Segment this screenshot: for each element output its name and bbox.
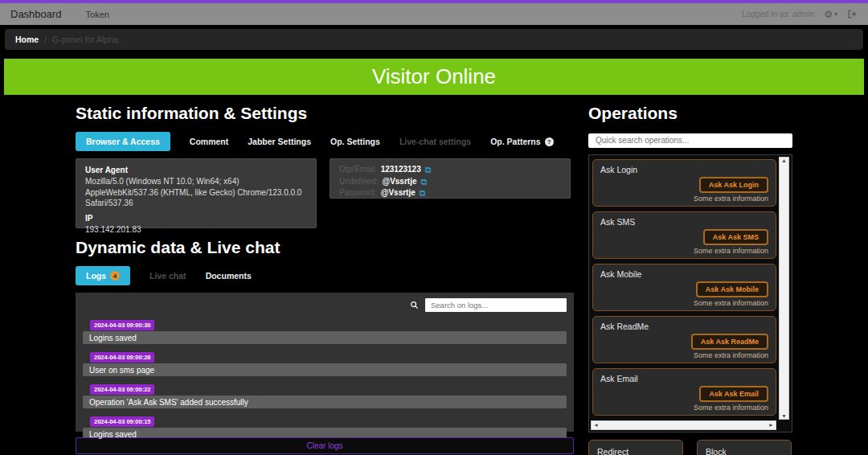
dynamic-tabs: Logs 4 Live chat Documents <box>76 266 574 285</box>
nav-item-token[interactable]: Token <box>86 10 109 19</box>
bottom-operation-cards: Redirect Block <box>588 440 792 455</box>
top-navbar: Dashboard Token Logged in as: admin ⚙ ▾ <box>0 0 868 25</box>
search-icon <box>410 301 419 309</box>
operation-note: Some extra information <box>694 351 768 359</box>
scroll-right-icon[interactable]: ► <box>768 422 774 428</box>
horizontal-scrollbar[interactable]: ◄ ► <box>591 420 776 430</box>
operations-list: Ask Login Ask Ask Login Some extra infor… <box>588 154 792 432</box>
gear-icon: ⚙ <box>824 9 833 20</box>
ip-value: 193.142.201.83 <box>85 224 307 236</box>
operation-card-ask-sms[interactable]: Ask SMS Ask Ask SMS Some extra informati… <box>592 211 776 259</box>
tab-logs[interactable]: Logs 4 <box>76 266 130 285</box>
ask-readme-button[interactable]: Ask Ask ReadMe <box>691 334 768 350</box>
topbar-right: Logged in as: admin ⚙ ▾ <box>742 9 858 20</box>
credential-label: Undefined: <box>339 176 378 188</box>
visitor-online-text: Visitor Online <box>372 64 496 89</box>
redirect-card[interactable]: Redirect <box>588 440 683 455</box>
operation-title: Ask SMS <box>600 217 768 227</box>
user-agent-value: Mozilla/5.0 (Windows NT 10.0; Win64; x64… <box>85 176 307 209</box>
operation-card-ask-readme[interactable]: Ask ReadMe Ask Ask ReadMe Some extra inf… <box>592 316 776 363</box>
vertical-scrollbar[interactable]: ▲ ▼ <box>779 157 789 420</box>
settings-menu[interactable]: ⚙ ▾ <box>824 9 837 20</box>
operation-note: Some extra information <box>694 247 768 255</box>
tab-op-patterns[interactable]: Op. Patterns ? <box>490 137 553 146</box>
user-agent-label: User Agent <box>85 166 307 174</box>
tab-documents[interactable]: Documents <box>206 271 252 281</box>
tab-browser-access[interactable]: Browser & Access <box>76 132 170 151</box>
tab-comment[interactable]: Comment <box>190 137 228 146</box>
help-icon[interactable]: ? <box>545 137 554 146</box>
ask-email-button[interactable]: Ask Ask Email <box>699 386 768 402</box>
operation-card-ask-login[interactable]: Ask Login Ask Ask Login Some extra infor… <box>592 159 776 207</box>
credential-row: Undefined: @Vssrtje ⧉ <box>339 176 561 188</box>
static-info-boxes: User Agent Mozilla/5.0 (Windows NT 10.0;… <box>76 158 574 228</box>
logout-icon <box>847 9 858 19</box>
operation-note: Some extra information <box>694 404 768 412</box>
operation-card-ask-mobile[interactable]: Ask Mobile Ask Ask Mobile Some extra inf… <box>592 264 776 311</box>
tab-jabber-settings[interactable]: Jabber Settings <box>248 137 311 146</box>
brand-dashboard[interactable]: Dashboard <box>10 8 62 20</box>
ask-login-button[interactable]: Ask Ask Login <box>699 177 768 193</box>
credentials-box: Otp/Email: 123123123 ⧉ Undefined: @Vssrt… <box>330 158 571 199</box>
operations-column: Operations Ask Login Ask Ask Login Some … <box>588 102 792 455</box>
tab-livechat-settings[interactable]: Live-chat settings <box>399 137 471 146</box>
log-timestamp-badge: 2024-04-03 09:00:30 <box>90 320 154 330</box>
quick-search-operations-input[interactable] <box>588 133 792 148</box>
operation-title: Ask ReadMe <box>600 322 768 331</box>
scroll-up-icon[interactable]: ▲ <box>781 158 787 163</box>
tab-op-settings[interactable]: Op. Settings <box>330 137 380 146</box>
copy-icon[interactable]: ⧉ <box>425 166 432 174</box>
logged-in-label: Logged in as: admin <box>742 10 814 18</box>
operation-title: Ask Mobile <box>600 269 768 279</box>
copy-icon[interactable]: ⧉ <box>420 189 426 197</box>
static-tabs: Browser & Access Comment Jabber Settings… <box>76 132 574 151</box>
breadcrumb-current: G-panel for Alpha <box>52 35 118 44</box>
credential-label: Password: <box>339 187 377 199</box>
log-entry: 2024-04-03 09:00:30 Logins saved <box>83 316 567 344</box>
log-timestamp-badge: 2024-04-03 09:00:26 <box>90 352 154 363</box>
credential-row: Password: @Vssrtje ⧉ <box>339 187 561 199</box>
logout-button[interactable] <box>847 9 858 19</box>
log-timestamp-badge: 2024-04-03 09:00:22 <box>90 384 154 395</box>
copy-icon[interactable]: ⧉ <box>420 178 427 186</box>
log-entry: 2024-04-03 09:00:26 User on sms page <box>83 348 567 376</box>
dynamic-section-title: Dynamic data & Live chat <box>76 238 574 257</box>
breadcrumb: Home / G-panel for Alpha <box>5 29 863 50</box>
ask-sms-button[interactable]: Ask Ask SMS <box>703 229 768 245</box>
log-entry: 2024-04-03 09:00:15 Logins saved <box>83 412 567 441</box>
operations-title: Operations <box>588 104 792 123</box>
tab-live-chat[interactable]: Live chat <box>149 271 186 281</box>
ask-mobile-button[interactable]: Ask Ask Mobile <box>696 281 768 297</box>
logs-count-badge: 4 <box>110 271 120 281</box>
operation-title: Ask Login <box>600 165 768 174</box>
tab-logs-label: Logs <box>86 271 106 281</box>
visitor-online-banner: Visitor Online <box>4 59 864 95</box>
breadcrumb-separator: / <box>44 35 47 44</box>
operation-note: Some extra information <box>694 195 768 203</box>
operation-note: Some extra information <box>694 299 768 307</box>
scroll-left-icon[interactable]: ◄ <box>593 422 599 428</box>
block-card[interactable]: Block <box>697 440 792 455</box>
credential-value: 123123123 <box>381 164 421 176</box>
credential-row: Otp/Email: 123123123 ⧉ <box>339 164 561 176</box>
logs-search-row <box>83 298 567 312</box>
credential-value: @Vssrtje <box>382 176 416 188</box>
browser-info-box: User Agent Mozilla/5.0 (Windows NT 10.0;… <box>76 158 317 228</box>
operation-card-ask-email[interactable]: Ask Email Ask Ask Email Some extra infor… <box>592 368 776 416</box>
chevron-down-icon: ▾ <box>834 10 837 18</box>
clear-logs-button[interactable]: Clear logs <box>76 437 574 454</box>
operation-title: Ask Email <box>600 374 768 383</box>
left-column: Static information & Settings Browser & … <box>76 102 574 455</box>
static-section-title: Static information & Settings <box>76 104 574 123</box>
tab-op-patterns-label: Op. Patterns <box>490 137 540 146</box>
log-message: Operation 'Ask Ask SMS' added successful… <box>83 396 567 408</box>
log-entry: 2024-04-03 09:00:22 Operation 'Ask Ask S… <box>83 380 567 408</box>
search-logs-input[interactable] <box>425 298 567 312</box>
ip-label: IP <box>85 214 307 223</box>
credential-value: @Vssrtje <box>381 187 416 199</box>
scroll-down-icon[interactable]: ▼ <box>781 413 787 419</box>
breadcrumb-home-link[interactable]: Home <box>15 35 39 44</box>
log-message: User on sms page <box>83 363 567 376</box>
redirect-card-title: Redirect <box>597 447 628 455</box>
credential-label: Otp/Email: <box>339 164 377 176</box>
